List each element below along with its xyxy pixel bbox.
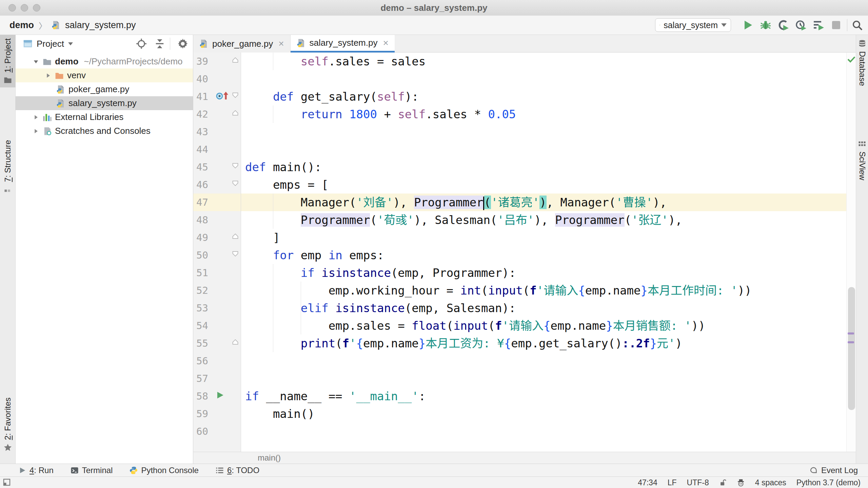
interpreter[interactable]: Python 3.7 (demo) (796, 478, 861, 487)
code-line-56[interactable]: 56 (193, 352, 846, 370)
code-line-50[interactable]: 50 for emp in emps: (193, 246, 846, 264)
code-line-59[interactable]: 59 main() (193, 405, 846, 423)
inspections-ok-icon (847, 56, 855, 63)
code-line-52[interactable]: 52 emp.working_hour = int(input(f'请输入{em… (193, 282, 846, 299)
sidebar-item-structure[interactable]: 7: Structure (0, 137, 16, 196)
fold-marker-icon[interactable] (232, 233, 239, 239)
editor-tab-bar: poker_game.py × salary_system.py × (193, 35, 856, 53)
tree-item-external-libraries[interactable]: External Libraries (16, 110, 193, 124)
tab-salary-system[interactable]: salary_system.py × (291, 35, 395, 53)
collapse-all-button[interactable] (155, 39, 165, 49)
line-number: 45 (193, 158, 208, 176)
project-view-selector[interactable]: Project (37, 39, 64, 49)
code-editor[interactable]: 39 self.sales = sales4041 def get_salary… (193, 53, 846, 452)
breadcrumb-file[interactable]: salary_system.py (65, 20, 136, 30)
run-concurrency-button[interactable] (813, 20, 824, 30)
line-number: 56 (193, 352, 208, 370)
close-icon[interactable]: × (278, 38, 284, 49)
tree-item-scratches[interactable]: Scratches and Consoles (16, 124, 193, 138)
code-line-40[interactable]: 40 (193, 70, 846, 88)
code-line-51[interactable]: 51 if isinstance(emp, Programmer): (193, 264, 846, 282)
star-icon (3, 443, 12, 452)
toolwindow-todo[interactable]: 6: TODO (216, 466, 259, 475)
line-number: 42 (193, 105, 208, 123)
tree-item-poker-game[interactable]: poker_game.py (16, 82, 193, 96)
fold-marker-icon[interactable] (232, 92, 239, 98)
chevron-down-icon (33, 58, 39, 65)
code-line-39[interactable]: 39 self.sales = sales (193, 53, 846, 70)
tree-item-salary-system[interactable]: salary_system.py (16, 96, 193, 110)
run-button[interactable] (743, 20, 753, 30)
sidebar-item-database[interactable]: Database (856, 40, 868, 86)
indent-guide (301, 282, 301, 334)
line-number: 57 (193, 370, 208, 387)
tree-item-demo[interactable]: demo ~/PycharmProjects/demo (16, 55, 193, 68)
code-line-41[interactable]: 41 def get_salary(self): (193, 88, 846, 105)
run-with-coverage-button[interactable] (778, 20, 789, 30)
code-line-44[interactable]: 44 (193, 141, 846, 158)
profiler-button[interactable] (795, 20, 806, 30)
fold-marker-icon[interactable] (232, 339, 239, 345)
line-number: 54 (193, 317, 208, 334)
run-line-icon[interactable] (216, 391, 224, 400)
locate-file-button[interactable] (136, 39, 146, 49)
stop-button[interactable] (831, 20, 842, 30)
unlock-icon[interactable] (719, 479, 727, 486)
code-line-60[interactable]: 60 (193, 423, 846, 440)
override-marker-icon[interactable] (216, 91, 229, 100)
error-stripe[interactable] (846, 53, 856, 452)
line-separator[interactable]: LF (668, 478, 677, 487)
code-line-42[interactable]: 42 return 1800 + self.sales * 0.05 (193, 105, 846, 123)
python-file-icon (199, 39, 208, 48)
code-text: main() (245, 405, 315, 423)
caret-position[interactable]: 47:34 (638, 478, 657, 487)
folder-icon (55, 71, 64, 80)
highlighting-level-icon[interactable] (737, 479, 745, 487)
fold-marker-icon[interactable] (232, 180, 239, 186)
run-icon (19, 467, 26, 474)
toolbar-separator (847, 19, 847, 31)
close-icon[interactable]: × (383, 38, 388, 48)
sidebar-item-favorites[interactable]: 2: Favorites (0, 394, 16, 455)
sidebar-item-project[interactable]: 1: Project (0, 35, 16, 87)
gear-icon[interactable] (178, 39, 188, 49)
event-log-button[interactable]: Event Log (810, 464, 858, 477)
tab-poker-game[interactable]: poker_game.py × (193, 35, 291, 53)
code-line-48[interactable]: 48 Programmer('荀彧'), Salesman('吕布'), Pro… (193, 211, 846, 229)
fold-marker-icon[interactable] (232, 251, 239, 257)
file-encoding[interactable]: UTF-8 (687, 478, 709, 487)
fold-marker-icon[interactable] (232, 57, 239, 63)
code-text: for emp in emps: (245, 246, 384, 264)
code-line-47[interactable]: 47 Manager('刘备'), Programmer('诸葛亮'), Man… (193, 194, 846, 211)
code-line-43[interactable]: 43 (193, 123, 846, 141)
debug-button[interactable] (760, 20, 771, 30)
indent-setting[interactable]: 4 spaces (755, 478, 786, 487)
code-line-46[interactable]: 46 emps = [ (193, 176, 846, 194)
code-text: self.sales = sales (245, 53, 426, 70)
code-line-55[interactable]: 55 print(f'{emp.name}本月工资为: ¥{emp.get_sa… (193, 334, 846, 352)
event-log-icon (810, 466, 818, 474)
code-line-58[interactable]: 58if __name__ == '__main__': (193, 387, 846, 405)
toolwindow-run[interactable]: 4: Run (19, 466, 54, 475)
code-line-54[interactable]: 54 emp.sales = float(input(f'请输入{emp.nam… (193, 317, 846, 334)
line-number: 53 (193, 299, 208, 317)
fold-marker-icon[interactable] (232, 163, 239, 169)
tool-window-switcher-icon[interactable] (3, 478, 11, 486)
run-configuration-select[interactable]: salary_system (655, 18, 731, 32)
tree-item-venv[interactable]: venv (16, 68, 193, 82)
toolwindow-terminal[interactable]: Terminal (71, 466, 113, 475)
fold-marker-icon[interactable] (232, 110, 239, 116)
vertical-scrollbar[interactable] (848, 287, 855, 410)
toolwindow-python-console[interactable]: Python Console (130, 466, 198, 475)
search-everywhere-button[interactable] (852, 20, 863, 30)
code-line-45[interactable]: 45def main(): (193, 158, 846, 176)
chevron-down-icon (721, 23, 727, 27)
sidebar-item-sciview[interactable]: SciView (856, 140, 868, 180)
breadcrumb-function[interactable]: main() (258, 453, 281, 462)
line-number: 58 (193, 387, 208, 405)
line-number: 52 (193, 282, 208, 299)
code-line-49[interactable]: 49 ] (193, 229, 846, 246)
code-line-53[interactable]: 53 elif isinstance(emp, Salesman): (193, 299, 846, 317)
breadcrumb-project[interactable]: demo (9, 20, 34, 30)
code-line-57[interactable]: 57 (193, 370, 846, 387)
